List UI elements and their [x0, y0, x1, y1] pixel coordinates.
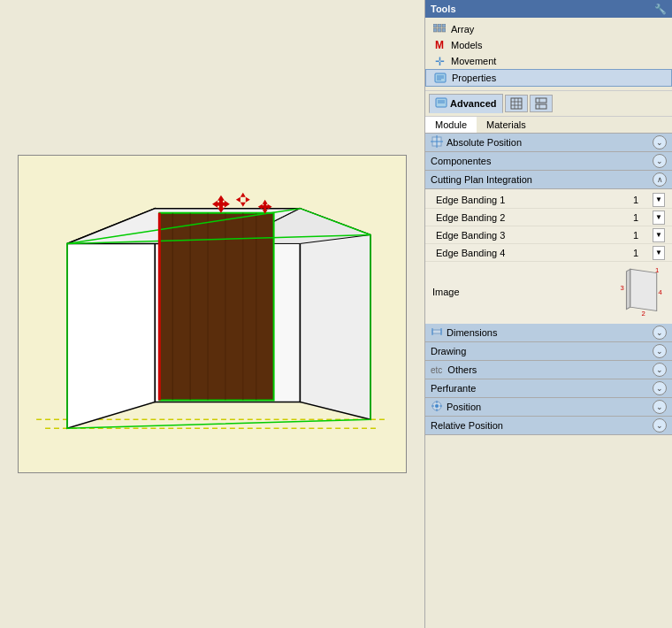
section-title-perfurante: Perfurante [431, 383, 476, 394]
edge-label-1: Edge Banding 1 [436, 195, 619, 205]
menu-item-properties[interactable]: Properties [425, 69, 672, 87]
chevron-componentes: ⌄ [653, 154, 667, 168]
tab-bar: Advanced [425, 91, 672, 117]
section-label-perfurante: Perfurante [431, 383, 476, 394]
section-cutting-plan[interactable]: Cutting Plan Integration ∧ [425, 171, 672, 189]
section-label-position: Position [431, 400, 481, 414]
section-componentes[interactable]: Componentes ⌄ [425, 152, 672, 171]
tab-advanced-label: Advanced [450, 98, 497, 109]
array-icon [432, 23, 447, 35]
section-title-others: Others [447, 364, 477, 375]
properties-list: Absolute Position ⌄ Componentes ⌄ Cuttin… [425, 134, 672, 628]
image-label: Image [432, 287, 596, 297]
section-title-dimensions: Dimensions [447, 327, 497, 338]
svg-text:3: 3 [621, 284, 624, 292]
svg-marker-59 [626, 269, 630, 309]
edge-dropdown-3[interactable]: ▼ [653, 228, 665, 242]
svg-rect-22 [216, 203, 226, 206]
section-label-absolute-position: Absolute Position [431, 135, 522, 149]
menu-item-models[interactable]: M Models [425, 37, 672, 53]
image-row: Image 1 2 3 4 [425, 262, 672, 322]
section-title-absolute-position: Absolute Position [447, 137, 522, 148]
edge-dropdown-2[interactable]: ▼ [653, 211, 665, 225]
edge-row-4: Edge Banding 4 1 ▼ [425, 244, 672, 262]
section-perfurante[interactable]: Perfurante ⌄ [425, 379, 672, 398]
svg-text:4: 4 [658, 288, 662, 296]
svg-point-68 [435, 404, 439, 408]
section-absolute-position[interactable]: Absolute Position ⌄ [425, 134, 672, 152]
edge-row-3: Edge Banding 3 1 ▼ [425, 226, 672, 244]
section-label-relative-position: Relative Position [431, 420, 503, 431]
edge-dropdown-4[interactable]: ▼ [653, 246, 665, 260]
etc-label: etc [431, 365, 442, 375]
tab-advanced[interactable]: Advanced [429, 94, 503, 113]
svg-rect-38 [442, 28, 446, 32]
svg-rect-51 [536, 98, 546, 103]
menu-label-array: Array [451, 24, 474, 34]
grid2-icon [535, 97, 547, 110]
svg-text:2: 2 [642, 310, 645, 318]
svg-marker-29 [241, 193, 246, 197]
pin-icon[interactable]: 🔧 [654, 4, 667, 15]
board-diagram: 1 2 3 4 [603, 265, 665, 318]
svg-rect-46 [511, 98, 522, 109]
models-icon: M [432, 39, 447, 51]
section-dimensions[interactable]: Dimensions ⌄ [425, 324, 672, 342]
menu-label-properties: Properties [452, 73, 496, 83]
edge-label-4: Edge Banding 4 [436, 248, 619, 258]
movement-icon: ✛ [432, 55, 447, 67]
edge-label-3: Edge Banding 3 [436, 230, 619, 241]
section-title-componentes: Componentes [431, 156, 492, 166]
svg-rect-28 [261, 205, 270, 208]
svg-rect-35 [442, 24, 446, 27]
absolute-position-icon [431, 135, 443, 149]
properties-icon [433, 72, 447, 84]
svg-rect-52 [536, 104, 546, 109]
menu-item-array[interactable]: Array [425, 21, 672, 37]
section-others[interactable]: etc Others ⌄ [425, 361, 672, 379]
main-container: Tools 🔧 Array [0, 0, 672, 628]
section-label-dimensions: Dimensions [431, 325, 497, 340]
edge-value-1: 1 [622, 195, 649, 205]
chevron-relative-position: ⌄ [653, 418, 667, 433]
section-title-cutting-plan: Cutting Plan Integration [431, 174, 532, 185]
edge-value-2: 1 [622, 212, 649, 223]
tab-grid2[interactable] [530, 95, 553, 112]
chevron-perfurante: ⌄ [653, 381, 667, 395]
svg-marker-30 [241, 203, 246, 207]
svg-rect-34 [438, 24, 441, 27]
menu-item-movement[interactable]: ✛ Movement [425, 53, 672, 69]
section-label-others: etc Others [431, 364, 477, 375]
advanced-tab-icon [435, 96, 447, 111]
chevron-position: ⌄ [653, 400, 667, 414]
tools-menu: Array M Models ✛ Movement [425, 18, 672, 91]
chevron-cutting-plan: ∧ [653, 172, 667, 187]
dimensions-icon [431, 325, 443, 340]
section-position[interactable]: Position ⌄ [425, 398, 672, 417]
section-drawing[interactable]: Drawing ⌄ [425, 342, 672, 361]
tab-grid1[interactable] [505, 95, 528, 112]
position-icon [431, 400, 443, 414]
svg-rect-37 [438, 28, 441, 32]
edge-value-4: 1 [622, 248, 649, 258]
svg-text:1: 1 [655, 266, 659, 274]
edge-row-2: Edge Banding 2 1 ▼ [425, 209, 672, 226]
edge-dropdown-1[interactable]: ▼ [653, 193, 665, 207]
subtab-materials[interactable]: Materials [477, 117, 536, 133]
svg-marker-31 [236, 197, 241, 203]
section-relative-position[interactable]: Relative Position ⌄ [425, 417, 672, 435]
section-label-cutting-plan: Cutting Plan Integration [431, 174, 532, 185]
svg-rect-33 [433, 24, 437, 27]
edge-value-3: 1 [622, 230, 649, 241]
menu-label-models: Models [451, 40, 482, 50]
subtab-module[interactable]: Module [425, 117, 477, 133]
grid1-icon [510, 97, 523, 110]
viewport-canvas [18, 155, 407, 473]
chevron-dimensions: ⌄ [653, 325, 667, 340]
tools-titlebar: Tools 🔧 [425, 0, 672, 18]
cutting-plan-content: Edge Banding 1 1 ▼ Edge Banding 2 1 ▼ Ed… [425, 189, 672, 324]
edge-label-2: Edge Banding 2 [436, 212, 619, 223]
svg-marker-32 [246, 197, 250, 203]
chevron-others: ⌄ [653, 363, 667, 377]
section-label-componentes: Componentes [431, 156, 492, 166]
